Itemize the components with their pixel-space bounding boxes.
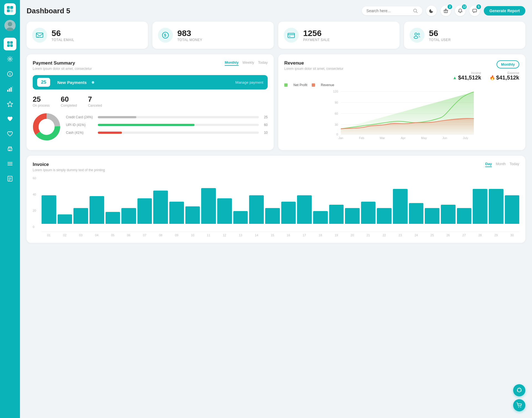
invoice-bar[interactable] bbox=[153, 191, 168, 224]
x-label: 22 bbox=[377, 234, 392, 237]
invoice-bar[interactable] bbox=[457, 208, 472, 224]
payment-bottom: Credit Card (24%) 25 UPI ID (41%) 60 bbox=[33, 113, 268, 141]
invoice-bar[interactable] bbox=[42, 195, 56, 224]
invoice-bar[interactable] bbox=[121, 208, 136, 224]
stat-canceled-num: 7 bbox=[88, 95, 102, 104]
invoice-bar[interactable] bbox=[249, 195, 264, 224]
svg-rect-8 bbox=[10, 41, 13, 44]
invoice-bar[interactable] bbox=[377, 208, 392, 224]
sidebar-logo[interactable] bbox=[4, 3, 16, 15]
invoice-bar[interactable] bbox=[89, 196, 104, 224]
sidebar-item-print[interactable] bbox=[4, 142, 16, 155]
sidebar-item-heart[interactable] bbox=[4, 112, 16, 125]
svg-rect-2 bbox=[7, 9, 10, 12]
dark-mode-btn[interactable] bbox=[426, 6, 437, 16]
invoice-tab-month[interactable]: Month bbox=[496, 162, 506, 167]
x-label: 02 bbox=[58, 234, 72, 237]
invoice-bar[interactable] bbox=[265, 208, 280, 224]
money-icon-wrap: $ bbox=[158, 28, 173, 43]
sidebar-item-heart-outline[interactable] bbox=[4, 127, 16, 140]
svg-rect-7 bbox=[7, 41, 10, 44]
svg-rect-10 bbox=[10, 44, 13, 47]
svg-point-69 bbox=[520, 407, 521, 408]
invoice-bar[interactable] bbox=[106, 212, 120, 224]
invoice-tabs: Day Month Today bbox=[485, 162, 519, 167]
invoice-bar[interactable] bbox=[217, 198, 232, 224]
invoice-bar[interactable] bbox=[58, 214, 72, 224]
new-payment-row: 25 New Payments Manage payment bbox=[33, 75, 268, 89]
middle-row: Payment Summary Lorem ipsum dolor sit am… bbox=[27, 54, 525, 150]
invoice-bar[interactable] bbox=[393, 189, 408, 224]
invoice-bar[interactable] bbox=[233, 211, 248, 224]
stat-info-user: 56 TOTAL USER bbox=[429, 29, 451, 42]
payment-bars: Credit Card (24%) 25 UPI ID (41%) 60 bbox=[66, 115, 268, 139]
header-actions: 2 12 5 Generate Report bbox=[362, 6, 525, 16]
sidebar-item-docs[interactable] bbox=[4, 172, 16, 185]
income-item: Income ▲ $41,512k bbox=[452, 71, 481, 81]
x-label: 14 bbox=[249, 234, 264, 237]
generate-report-button[interactable]: Generate Report bbox=[484, 6, 525, 16]
sidebar-item-favorites[interactable] bbox=[4, 98, 16, 110]
invoice-bar[interactable] bbox=[425, 208, 439, 224]
invoice-bar[interactable] bbox=[505, 195, 520, 224]
bar-fill-cc bbox=[98, 116, 136, 118]
x-label: 10 bbox=[185, 234, 200, 237]
invoice-bar[interactable] bbox=[409, 203, 424, 224]
sidebar-item-info[interactable] bbox=[4, 68, 16, 80]
svg-text:May: May bbox=[421, 136, 427, 140]
stat-label-payment: PAYMENT SALE bbox=[303, 38, 330, 42]
svg-point-47 bbox=[39, 119, 55, 135]
svg-point-5 bbox=[8, 22, 12, 26]
search-input[interactable] bbox=[366, 9, 411, 13]
invoice-bar[interactable] bbox=[137, 198, 152, 224]
invoice-bar[interactable] bbox=[201, 188, 216, 224]
svg-text:Feb: Feb bbox=[359, 136, 364, 140]
manage-payment-link[interactable]: Manage payment bbox=[236, 80, 263, 84]
invoice-bar[interactable] bbox=[169, 202, 184, 224]
invoice-bar[interactable] bbox=[329, 205, 344, 224]
invoice-bar[interactable] bbox=[281, 202, 296, 224]
svg-text:Jan: Jan bbox=[338, 136, 343, 140]
invoice-bar[interactable] bbox=[473, 189, 487, 224]
cart-fab[interactable] bbox=[513, 399, 525, 411]
search-icon bbox=[413, 8, 418, 13]
invoice-bar[interactable] bbox=[361, 202, 376, 224]
new-payment-dot bbox=[92, 81, 94, 84]
payment-summary-card: Payment Summary Lorem ipsum dolor sit am… bbox=[27, 54, 274, 150]
tab-today[interactable]: Today bbox=[258, 60, 268, 66]
messages-btn[interactable]: 5 bbox=[469, 6, 480, 16]
sidebar-item-analytics[interactable] bbox=[4, 83, 16, 95]
new-payment-count: 25 bbox=[37, 78, 50, 87]
sidebar-item-settings[interactable] bbox=[4, 53, 16, 65]
invoice-bar[interactable] bbox=[73, 208, 88, 224]
tab-weekly[interactable]: Weekly bbox=[242, 60, 254, 66]
bar-fill-cash bbox=[98, 132, 122, 134]
revenue-meta: Income ▲ $41,512k Expense 🔥 $41,512k bbox=[452, 71, 519, 81]
gift-btn[interactable]: 2 bbox=[441, 6, 451, 16]
invoice-bar[interactable] bbox=[441, 205, 456, 224]
invoice-tab-today[interactable]: Today bbox=[510, 162, 519, 167]
invoice-tab-day[interactable]: Day bbox=[485, 162, 492, 167]
svg-text:90: 90 bbox=[335, 101, 338, 104]
svg-rect-20 bbox=[9, 150, 10, 151]
messages-badge: 5 bbox=[476, 4, 481, 9]
revenue-subtitle: Lorem ipsum dolor sit amet, consectetur bbox=[284, 67, 343, 71]
revenue-monthly-btn[interactable]: Monthly bbox=[497, 60, 519, 68]
stat-info-email: 56 TOTAL EMAIL bbox=[52, 29, 74, 42]
invoice-bar[interactable] bbox=[185, 206, 200, 224]
invoice-bar[interactable] bbox=[489, 189, 503, 224]
avatar[interactable] bbox=[4, 20, 16, 31]
sidebar-item-dashboard[interactable] bbox=[4, 38, 16, 50]
invoice-bar[interactable] bbox=[297, 195, 312, 224]
support-fab[interactable] bbox=[513, 384, 525, 396]
stat-number-payment: 1256 bbox=[303, 29, 330, 38]
invoice-bar[interactable] bbox=[345, 208, 360, 224]
notifications-btn[interactable]: 12 bbox=[455, 6, 466, 16]
sidebar-item-list[interactable] bbox=[4, 157, 16, 170]
invoice-bar[interactable] bbox=[313, 211, 328, 224]
x-label: 30 bbox=[505, 234, 520, 237]
tab-monthly[interactable]: Monthly bbox=[225, 60, 239, 66]
y-label-40: 40 bbox=[33, 193, 36, 196]
stat-on-process-num: 25 bbox=[33, 95, 50, 104]
expense-arrow-icon: 🔥 bbox=[490, 75, 495, 80]
